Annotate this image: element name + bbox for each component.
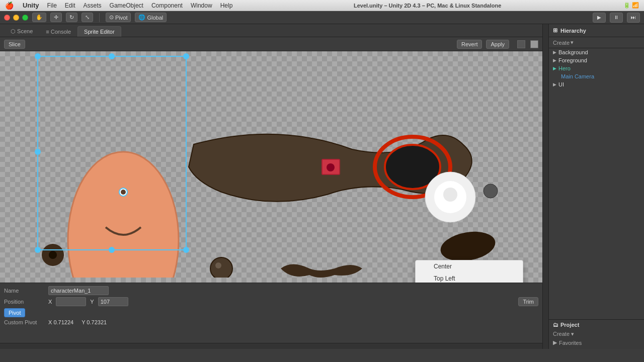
fg-color-swatch[interactable]: [530, 40, 538, 48]
hero-label: Hero: [558, 65, 571, 71]
svg-point-10: [215, 262, 221, 268]
top-left-label: Top Left: [434, 275, 455, 282]
file-menu[interactable]: File: [43, 0, 61, 11]
slice-button[interactable]: Slice: [4, 40, 25, 49]
custom-pivot-row: Custom Pivot X 0.71224 Y 0.72321: [4, 319, 538, 325]
svg-point-22: [183, 53, 189, 59]
tab-scene[interactable]: ⬡ Scene: [4, 26, 39, 37]
hierarchy-item-ui[interactable]: ▶ UI: [549, 80, 644, 88]
position-y-input[interactable]: [98, 297, 128, 306]
svg-point-24: [35, 247, 41, 253]
position-x-input[interactable]: [56, 297, 86, 306]
favorites-row[interactable]: ▶ Favorites: [553, 338, 640, 347]
right-panel: ⊞ Hierarchy Create ▾ ▶ Background ▶ Fore…: [548, 24, 644, 349]
bg-color-swatch[interactable]: [517, 40, 525, 48]
pivot-row: Pivot: [4, 308, 538, 317]
svg-point-14: [443, 188, 457, 202]
gameobject-menu[interactable]: GameObject: [106, 0, 147, 11]
global-label: Global: [147, 15, 163, 21]
toolbar-divider-1: [99, 13, 100, 22]
apple-menu-icon[interactable]: 🍎: [0, 2, 19, 10]
move-tool[interactable]: ✛: [50, 13, 62, 22]
pivot-button[interactable]: ⊙ Pivot: [106, 13, 131, 22]
assets-menu[interactable]: Assets: [79, 0, 106, 11]
scale-tool[interactable]: ⤡: [82, 13, 93, 22]
svg-point-26: [183, 247, 189, 253]
hierarchy-title: Hierarchy: [560, 28, 586, 34]
project-create-label[interactable]: Create: [553, 331, 570, 337]
system-status: 🔋 📶: [618, 2, 644, 9]
hierarchy-item-hero[interactable]: ▶ Hero: [549, 64, 644, 72]
custom-pivot-y: Y 0.72321: [82, 319, 107, 325]
create-label[interactable]: Create: [553, 40, 570, 46]
svg-point-23: [35, 149, 41, 155]
tab-scene-label: Scene: [17, 28, 33, 34]
hierarchy-item-main-camera[interactable]: Main Camera: [557, 72, 644, 80]
tab-sprite-editor[interactable]: Sprite Editor: [77, 26, 121, 37]
hierarchy-item-foreground[interactable]: ▶ Foreground: [549, 56, 644, 64]
name-input[interactable]: [48, 286, 109, 295]
hierarchy-divider: [549, 88, 644, 319]
unity-menu[interactable]: Unity: [19, 0, 43, 11]
component-menu[interactable]: Component: [147, 0, 187, 11]
rotate-tool[interactable]: ↻: [66, 13, 77, 22]
svg-point-15: [484, 184, 498, 198]
svg-point-25: [109, 247, 115, 253]
pivot-label: Pivot: [115, 15, 127, 21]
svg-point-8: [327, 163, 335, 171]
hierarchy-icon: ⊞: [553, 27, 557, 34]
hierarchy-toolbar: Create ▾: [549, 37, 644, 48]
canvas-area[interactable]: Center Top Left Top Top Right Left: [0, 51, 542, 283]
pivot-button[interactable]: Pivot: [4, 308, 25, 317]
edit-menu[interactable]: Edit: [61, 0, 79, 11]
tab-console[interactable]: ≡ Console: [39, 26, 77, 37]
dropdown-item-top-left[interactable]: Top Left: [416, 273, 523, 283]
svg-point-21: [109, 53, 115, 59]
bottom-scrollbar[interactable]: [0, 343, 542, 349]
scene-icon: ⬡: [11, 28, 16, 34]
position-label: Position: [4, 299, 44, 305]
window-menu[interactable]: Window: [187, 0, 216, 11]
hierarchy-item-background[interactable]: ▶ Background: [549, 48, 644, 56]
play-button[interactable]: ▶: [593, 13, 606, 23]
project-panel: 🗂 Project Create ▾ ▶ Favorites: [549, 319, 644, 349]
editor-main: ⬡ Scene ≡ Console Sprite Editor Slice Re…: [0, 24, 542, 349]
tab-sprite-editor-label: Sprite Editor: [84, 29, 115, 35]
position-x-label: X: [48, 299, 52, 305]
close-button[interactable]: [4, 15, 10, 21]
name-label: Name: [4, 288, 44, 294]
sprite-canvas-svg: [0, 51, 503, 278]
revert-button[interactable]: Revert: [457, 40, 482, 49]
console-icon: ≡: [46, 29, 49, 35]
project-title: Project: [560, 322, 579, 328]
create-arrow: ▾: [571, 39, 574, 46]
window-title: Level.unity – Unity 2D 4.3 – PC, Mac & L…: [236, 3, 618, 9]
svg-point-20: [35, 53, 41, 59]
position-y-label: Y: [90, 299, 94, 305]
vertical-scrollbar[interactable]: [542, 24, 548, 349]
background-label: Background: [558, 49, 588, 55]
maximize-button[interactable]: [22, 15, 28, 21]
dropdown-item-center[interactable]: Center: [416, 260, 523, 273]
pivot-icon: ⊙: [109, 14, 114, 21]
hand-tool[interactable]: ✋: [32, 13, 46, 22]
pause-button[interactable]: ⏸: [610, 13, 623, 23]
favorites-label: Favorites: [559, 340, 582, 346]
mac-menu-bar: 🍎 Unity File Edit Assets GameObject Comp…: [0, 0, 644, 11]
hero-arrow: ▶: [553, 66, 556, 71]
bean-body: [68, 152, 179, 278]
hierarchy-header: ⊞ Hierarchy: [549, 24, 644, 37]
global-button[interactable]: 🌐 Global: [135, 13, 167, 22]
tab-console-label: Console: [51, 29, 71, 35]
create-row: Create ▾: [553, 330, 640, 338]
ui-arrow: ▶: [553, 82, 556, 87]
help-menu[interactable]: Help: [216, 0, 237, 11]
svg-point-4: [49, 251, 57, 259]
apply-button[interactable]: Apply: [486, 40, 509, 49]
minimize-button[interactable]: [13, 15, 19, 21]
step-button[interactable]: ⏭: [627, 13, 640, 23]
trim-button[interactable]: Trim: [518, 297, 538, 306]
bottom-panel: Name Position X Y Trim Pivot Custom Pivo…: [0, 283, 542, 343]
foreground-label: Foreground: [558, 57, 587, 63]
bg-arrow: ▶: [553, 50, 556, 55]
